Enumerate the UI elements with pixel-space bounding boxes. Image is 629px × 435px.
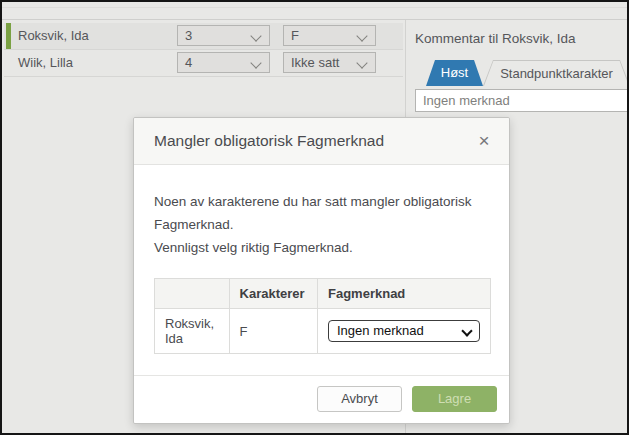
- student-name: Roksvik, Ida: [18, 23, 89, 49]
- student-name: Wiik, Lilla: [18, 50, 73, 76]
- modal-message: Noen av karakterene du har satt mangler …: [154, 190, 489, 260]
- remark-dropdown[interactable]: F: [283, 25, 376, 46]
- chevron-down-icon: [252, 32, 260, 40]
- modal-header: Mangler obligatorisk Fagmerknad ×: [134, 118, 509, 165]
- grade-dropdown[interactable]: 3: [177, 25, 270, 46]
- modal-title: Mangler obligatorisk Fagmerknad: [154, 118, 384, 164]
- app-window: Roksvik, Ida 3 F Wiik, Lilla 4 Ikke satt…: [0, 0, 629, 435]
- chevron-down-icon: [358, 59, 366, 67]
- fagmerknad-select[interactable]: Ingen merknad: [328, 320, 480, 342]
- top-divider: [2, 7, 627, 8]
- fagmerknad-table: Karakterer Fagmerknad Roksvik, Ida F Ing…: [154, 278, 491, 354]
- table-header-fagmerknad: Fagmerknad: [318, 279, 491, 309]
- header-divider: [2, 19, 627, 20]
- table-header-karakterer: Karakterer: [229, 279, 317, 309]
- save-button[interactable]: Lagre: [412, 386, 497, 412]
- chevron-down-icon: [252, 59, 260, 67]
- modal-footer: Avbryt Lagre: [134, 375, 509, 423]
- student-row[interactable]: Wiik, Lilla 4 Ikke satt: [4, 50, 403, 77]
- table-row: Roksvik, Ida F Ingen merknad: [155, 309, 491, 354]
- modal-mangler-fagmerknad: Mangler obligatorisk Fagmerknad × Noen a…: [133, 117, 510, 424]
- tab-standpunktkarakter[interactable]: Standpunktkarakter: [483, 60, 629, 86]
- tab-host[interactable]: Høst: [426, 60, 483, 86]
- chevron-down-icon: [463, 327, 471, 335]
- close-icon[interactable]: ×: [473, 118, 495, 164]
- chevron-down-icon: [358, 32, 366, 40]
- comment-input[interactable]: [415, 89, 629, 112]
- cancel-button[interactable]: Avbryt: [317, 386, 402, 412]
- student-row[interactable]: Roksvik, Ida 3 F: [4, 23, 403, 50]
- row-karakter: F: [229, 309, 317, 354]
- comment-panel-title: Kommentar til Roksvik, Ida: [415, 31, 576, 46]
- grade-dropdown[interactable]: 4: [177, 52, 270, 73]
- table-header-empty: [155, 279, 230, 309]
- row-student-name: Roksvik, Ida: [155, 309, 230, 354]
- selected-row-indicator: [6, 23, 11, 49]
- remark-dropdown[interactable]: Ikke satt: [283, 52, 376, 73]
